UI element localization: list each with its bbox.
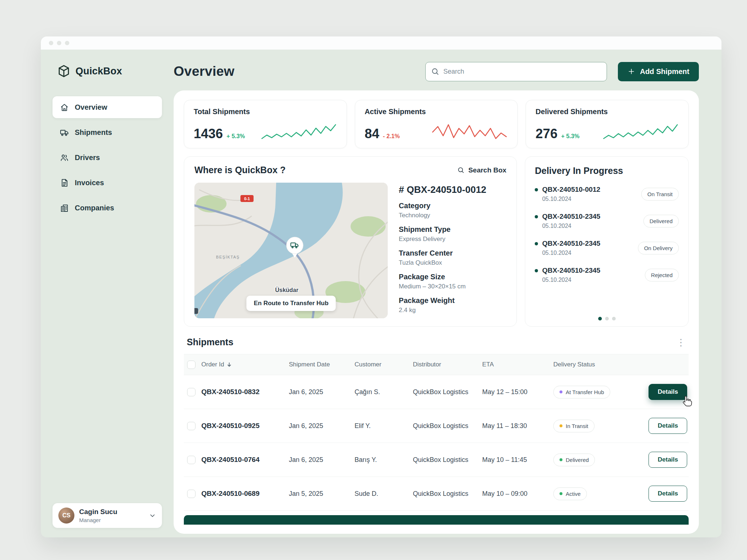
list-item[interactable]: QBX-240510-2345 05.10.2024 Rejected (535, 261, 679, 288)
distributor-cell: QuickBox Logistics (413, 456, 482, 464)
kebab-menu-icon[interactable]: ⋮ (676, 338, 686, 347)
shipment-details-panel: # QBX-240510-0012 Category Technology Sh… (399, 183, 506, 318)
order-id-cell: QBX-240510-0832 (201, 388, 289, 396)
sidebar-item-companies[interactable]: Companies (53, 197, 162, 219)
add-shipment-button[interactable]: Add Shipment (618, 62, 699, 81)
sidebar-item-label: Invoices (75, 179, 104, 187)
pagination-dots (535, 312, 679, 320)
where-is-quickbox-card: Where is QuickBox ? Search Box (184, 156, 517, 327)
row-checkbox[interactable] (187, 388, 196, 396)
field-label: Package Size (399, 273, 506, 281)
search-input[interactable] (425, 62, 607, 81)
status-badge: Rejected (645, 269, 679, 281)
sidebar-item-drivers[interactable]: Drivers (53, 147, 162, 168)
eta-cell: May 11 – 18:30 (482, 422, 553, 430)
delivery-date: 05.10.2024 (542, 277, 600, 283)
field-value: Medium – 30×20×15 cm (399, 283, 506, 290)
window-control-dot[interactable] (57, 41, 61, 45)
column-header-order-id[interactable]: Order Id (201, 361, 289, 368)
sidebar-item-overview[interactable]: Overview (53, 96, 162, 118)
status-cell: In Transit (553, 420, 641, 432)
map-label-besiktas: BEŞİKTAŞ (216, 255, 240, 259)
section-title: Shipments (187, 337, 233, 347)
status-cell: Active (553, 487, 641, 500)
order-id-cell: QBX-240510-0689 (201, 490, 289, 498)
shipment-id: # QBX-240510-0012 (399, 184, 506, 195)
table-row: QBX-240510-0925 Jan 6, 2025 Elif Y. Quic… (184, 409, 689, 443)
avatar: CS (58, 508, 74, 524)
pagination-dot[interactable] (598, 317, 602, 320)
field-label: Package Weight (399, 296, 506, 305)
column-header-eta[interactable]: ETA (482, 361, 553, 368)
sidebar-item-shipments[interactable]: Shipments (53, 121, 162, 143)
shipment-map[interactable]: 0-1 BEŞİKTAŞ Üsküdar (194, 183, 388, 318)
stat-value: 1436 (194, 126, 223, 141)
delivery-date: 05.10.2024 (542, 223, 600, 229)
stat-delta: + 5.3% (227, 133, 245, 140)
row-checkbox[interactable] (187, 422, 196, 430)
table-header-row: Order Id Shipment Date Customer Distribu… (184, 354, 689, 375)
status-badge: At Transfer Hub (553, 386, 610, 398)
list-item[interactable]: QBX-240510-2345 05.10.2024 Delivered (535, 207, 679, 234)
pagination-dot[interactable] (605, 317, 609, 320)
stat-card-active-shipments: Active Shipments 84 - 2.1% (355, 100, 518, 148)
road-badge: 0-1 (240, 195, 253, 202)
shipments-section: Shipments ⋮ Order Id Shipment Date Custo… (184, 335, 689, 525)
details-button[interactable]: Details (649, 384, 687, 400)
status-badge: On Transit (641, 188, 679, 201)
column-header-delivery-status[interactable]: Delivery Status (553, 361, 641, 368)
stat-title: Delivered Shipments (535, 108, 679, 116)
home-icon (60, 103, 69, 112)
table-row: QBX-240510-0689 Jan 5, 2025 Sude D. Quic… (184, 477, 689, 511)
sort-down-icon (227, 362, 232, 368)
chevron-down-icon[interactable] (149, 512, 156, 519)
sidebar-item-label: Shipments (75, 128, 112, 137)
main-header: Overview Add Shipment (174, 55, 699, 88)
status-dot (560, 424, 562, 427)
status-dot (535, 215, 538, 218)
customer-cell: Barış Y. (355, 456, 413, 464)
distributor-cell: QuickBox Logistics (413, 490, 482, 498)
details-button[interactable]: Details (649, 418, 687, 434)
table-bottom-bar (184, 515, 689, 525)
delivery-date: 05.10.2024 (542, 196, 600, 202)
main-area: Overview Add Shipment (174, 50, 721, 537)
customer-cell: Çağın S. (355, 388, 413, 396)
window-control-dot[interactable] (65, 41, 69, 45)
column-header-distributor[interactable]: Distributor (413, 361, 482, 368)
sidebar: QuickBox Overview Shipments (41, 50, 174, 537)
invoice-icon (60, 178, 69, 187)
sidebar-item-invoices[interactable]: Invoices (53, 172, 162, 194)
list-item[interactable]: QBX-240510-0012 05.10.2024 On Transit (535, 180, 679, 207)
sidebar-item-label: Overview (75, 103, 107, 112)
content-container: Total Shipments 1436 + 5.3% Active Shipm… (174, 90, 699, 534)
column-header-customer[interactable]: Customer (355, 361, 413, 368)
shipment-date-cell: Jan 6, 2025 (289, 456, 355, 464)
status-cell: At Transfer Hub (553, 386, 641, 398)
list-item[interactable]: QBX-240510-2345 05.10.2024 On Delivery (535, 234, 679, 261)
window-control-dot[interactable] (49, 41, 53, 45)
add-shipment-label: Add Shipment (640, 67, 689, 76)
select-all-checkbox[interactable] (187, 361, 196, 369)
table-row: QBX-240510-0832 Jan 6, 2025 Çağın S. Qui… (184, 375, 689, 409)
row-checkbox[interactable] (187, 490, 196, 498)
user-profile-card[interactable]: CS Cagin Sucu Manager (53, 503, 162, 528)
status-badge: On Delivery (638, 242, 679, 254)
user-role: Manager (79, 517, 117, 523)
map-attribution-icon (194, 308, 198, 314)
details-button[interactable]: Details (649, 486, 687, 502)
middle-row: Where is QuickBox ? Search Box (184, 156, 689, 327)
details-button[interactable]: Details (649, 452, 687, 468)
pagination-dot[interactable] (612, 317, 616, 320)
column-header-shipment-date[interactable]: Shipment Date (289, 361, 355, 368)
status-dot (535, 242, 538, 245)
search-box-link[interactable]: Search Box (457, 166, 507, 174)
user-name: Cagin Sucu (79, 508, 117, 516)
sidebar-item-label: Companies (75, 204, 114, 212)
shipment-date-cell: Jan 6, 2025 (289, 422, 355, 430)
customer-cell: Sude D. (355, 490, 413, 498)
sparkline-chart (260, 121, 337, 141)
box-logo-icon (57, 64, 71, 78)
building-icon (60, 203, 69, 213)
row-checkbox[interactable] (187, 456, 196, 464)
